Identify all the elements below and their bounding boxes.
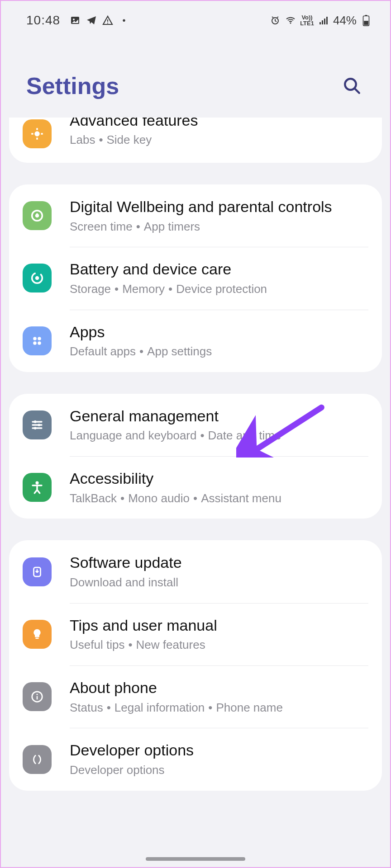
row-subtitle: Status•Legal information•Phone name: [70, 700, 371, 716]
signal-icon: [318, 14, 329, 26]
row-title: Battery and device care: [70, 259, 371, 279]
row-title: Tips and user manual: [70, 616, 371, 635]
svg-point-25: [33, 341, 37, 345]
row-title: Software update: [70, 553, 371, 572]
accessibility-icon: [23, 473, 52, 502]
svg-line-14: [354, 88, 359, 93]
settings-group-0: Advanced features Labs•Side key: [9, 118, 382, 163]
row-developer-options[interactable]: Developer options Developer options: [9, 728, 382, 790]
row-subtitle: TalkBack•Mono audio•Assistant menu: [70, 491, 371, 506]
page-header: Settings: [1, 36, 390, 121]
gesture-bar: [146, 857, 245, 861]
svg-point-22: [35, 276, 39, 280]
svg-point-33: [35, 481, 38, 485]
row-subtitle: Storage•Memory•Device protection: [70, 282, 371, 297]
status-bar: 10:48 • Vo)) LTE1 44%: [1, 1, 390, 36]
search-icon: [343, 76, 362, 95]
svg-point-26: [38, 341, 41, 345]
svg-rect-7: [322, 20, 323, 24]
svg-point-1: [73, 19, 75, 20]
row-accessibility[interactable]: Accessibility TalkBack•Mono audio•Assist…: [9, 456, 382, 519]
battery-icon: [360, 14, 372, 26]
svg-rect-38: [37, 696, 38, 700]
row-title: General management: [70, 406, 371, 426]
svg-rect-9: [326, 17, 328, 24]
more-dot-icon: •: [118, 14, 130, 26]
row-digital-wellbeing[interactable]: Digital Wellbeing and parental controls …: [9, 184, 382, 247]
status-right: Vo)) LTE1 44%: [269, 14, 372, 28]
svg-rect-3: [107, 23, 108, 24]
row-subtitle: Language and keyboard•Date and time: [70, 428, 371, 443]
svg-rect-12: [364, 21, 368, 25]
software-update-icon: [23, 557, 52, 586]
row-subtitle: Useful tips•New features: [70, 637, 371, 653]
tips-icon: [23, 620, 52, 649]
row-title: Digital Wellbeing and parental controls: [70, 197, 371, 217]
svg-point-24: [38, 337, 41, 340]
svg-point-37: [36, 694, 38, 695]
wellbeing-icon: [23, 201, 52, 230]
warning-triangle-icon: [102, 14, 114, 26]
row-general-management[interactable]: General management Language and keyboard…: [9, 394, 382, 456]
status-time: 10:48: [26, 13, 60, 28]
row-title: Advanced features: [70, 118, 371, 130]
svg-point-15: [34, 131, 39, 136]
svg-rect-2: [107, 19, 108, 22]
svg-point-23: [33, 337, 37, 340]
svg-point-32: [34, 427, 37, 429]
svg-point-31: [38, 424, 40, 426]
svg-rect-8: [324, 19, 325, 24]
search-button[interactable]: [339, 73, 365, 99]
status-left: 10:48 •: [26, 13, 130, 28]
about-phone-icon: [23, 682, 52, 711]
apps-icon: [23, 326, 52, 355]
gallery-icon: [69, 14, 81, 26]
row-title: Accessibility: [70, 469, 371, 488]
row-subtitle: Screen time•App timers: [70, 219, 371, 235]
settings-group-1: Digital Wellbeing and parental controls …: [9, 184, 382, 372]
settings-group-3: Software update Download and install Tip…: [9, 540, 382, 790]
telegram-icon: [86, 14, 97, 26]
row-subtitle: Download and install: [70, 575, 371, 590]
row-title: Apps: [70, 322, 371, 342]
row-software-update[interactable]: Software update Download and install: [9, 540, 382, 603]
volte-icon: Vo)) LTE1: [300, 14, 314, 26]
page-title: Settings: [26, 72, 119, 99]
svg-rect-11: [365, 15, 367, 16]
row-tips-user-manual[interactable]: Tips and user manual Useful tips•New fea…: [9, 603, 382, 665]
svg-rect-6: [319, 22, 321, 24]
battery-care-icon: [23, 264, 52, 292]
alarm-icon: [269, 14, 281, 26]
settings-group-2: General management Language and keyboard…: [9, 394, 382, 519]
row-subtitle: Developer options: [70, 763, 371, 778]
row-title: Developer options: [70, 741, 371, 760]
developer-options-icon: [23, 745, 52, 774]
row-subtitle: Default apps•App settings: [70, 344, 371, 359]
row-about-phone[interactable]: About phone Status•Legal information•Pho…: [9, 665, 382, 728]
svg-point-5: [290, 23, 291, 24]
wifi-icon: [285, 14, 296, 26]
battery-percent: 44%: [333, 14, 357, 28]
general-management-icon: [23, 410, 52, 439]
row-battery-device-care[interactable]: Battery and device care Storage•Memory•D…: [9, 247, 382, 309]
row-title: About phone: [70, 678, 371, 698]
advanced-features-icon: [23, 119, 52, 148]
row-subtitle: Labs•Side key: [70, 132, 371, 148]
row-apps[interactable]: Apps Default apps•App settings: [9, 310, 382, 372]
row-advanced-features[interactable]: Advanced features Labs•Side key: [9, 118, 382, 163]
svg-point-30: [34, 420, 37, 423]
svg-rect-35: [35, 637, 39, 639]
